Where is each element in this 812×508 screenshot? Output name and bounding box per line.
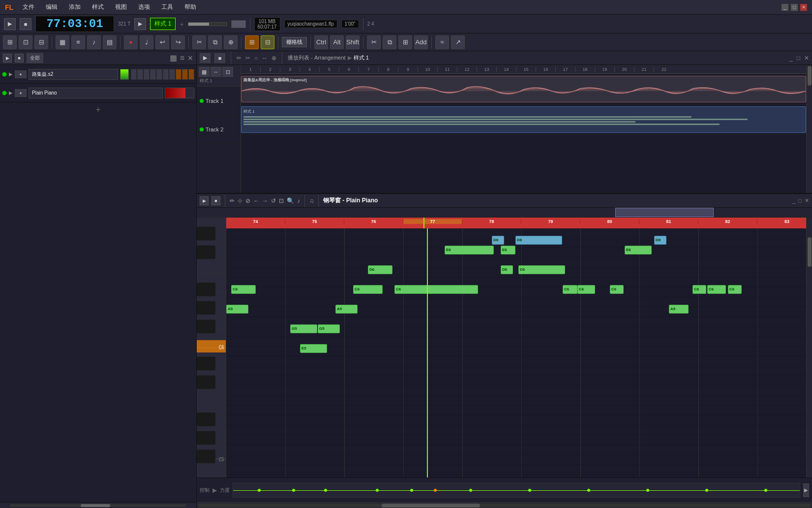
ch-pad-1-3[interactable] [144, 69, 150, 80]
note-d6-1[interactable]: D6 [368, 265, 392, 274]
note-e5-1[interactable]: E5 [300, 344, 327, 353]
piano-roll-view-button[interactable]: ⊟ [261, 35, 274, 49]
cut-button[interactable]: ✂ [192, 35, 206, 49]
note-d6-3[interactable]: D6 [518, 265, 565, 274]
add-channel-button[interactable]: + [0, 102, 196, 117]
note-c6-4[interactable]: C6 [577, 285, 595, 294]
ctrl-pt-1[interactable] [258, 489, 261, 492]
note-e6-3[interactable]: E6 [625, 246, 652, 254]
ctrl-pt-7[interactable] [469, 489, 472, 492]
pr-hscroll-thumb[interactable] [382, 504, 480, 508]
ctrl-pt-3[interactable] [324, 489, 327, 492]
ch-scroll-thumb[interactable] [81, 504, 110, 507]
note-d8-1[interactable]: D8 [492, 236, 504, 245]
all-channels-label[interactable]: 全部 [27, 53, 43, 63]
note-c6-5[interactable]: C6 [610, 285, 624, 294]
channel-rack-close-icon[interactable]: ✕ [187, 54, 193, 62]
song-tool-1[interactable]: ▦ [199, 67, 210, 77]
channel-name-1[interactable]: 路集益.s2 [29, 69, 118, 80]
channel-mute-2[interactable]: ● [15, 89, 27, 97]
note-c6-1[interactable]: C6 [353, 285, 383, 294]
note-a5-1[interactable]: A5 [226, 305, 248, 314]
note-g5-2[interactable]: G5 [318, 324, 340, 333]
pattern-advance-button[interactable]: ▶ [134, 18, 146, 30]
ch-pad-1-4[interactable] [150, 69, 156, 80]
menu-view[interactable]: 视图 [113, 2, 129, 12]
grid-label[interactable]: 棚格线 [282, 37, 307, 47]
control-timeline[interactable] [233, 483, 800, 498]
ch-pad-1-10[interactable] [188, 69, 194, 80]
channel-rack-list-icon[interactable]: ≡ [180, 54, 184, 63]
note-c6-3[interactable]: C6 [563, 285, 577, 294]
ctrl-pt-9[interactable] [587, 489, 590, 492]
menu-tools[interactable]: 工具 [159, 2, 175, 12]
pr-stop-btn[interactable]: ■ [211, 196, 220, 205]
ctrl-pt-12[interactable] [764, 489, 767, 492]
ctrl-pt-4[interactable] [376, 489, 379, 492]
note-c6-2[interactable]: C6 [394, 285, 478, 294]
note-a5-2[interactable]: A5 [335, 305, 358, 314]
playlist-button[interactable]: ▤ [103, 35, 117, 49]
open-button[interactable]: ⊡ [19, 35, 32, 49]
note-d8-2[interactable]: D8 [515, 236, 562, 245]
ch-pad-1-2[interactable] [137, 69, 143, 80]
overview-bar[interactable] [197, 208, 812, 218]
maximize-button[interactable]: □ [791, 4, 798, 11]
note-c6-8[interactable]: C6 [728, 285, 742, 294]
note-c6-6[interactable]: C6 [692, 285, 706, 294]
ctrl-pt-5[interactable] [410, 489, 413, 492]
ctrl-pt-8[interactable] [528, 489, 531, 492]
save-button[interactable]: ⊟ [34, 35, 48, 49]
minimize-button[interactable]: _ [782, 4, 788, 11]
pr-vscroll[interactable] [806, 218, 812, 477]
menu-add[interactable]: 添加 [67, 2, 83, 12]
song-max-icon[interactable]: □ [797, 55, 800, 62]
paste-button[interactable]: ⊕ [224, 35, 238, 49]
snap-button[interactable]: ⊞ [245, 35, 259, 49]
note-c6-0[interactable]: C6 [231, 285, 256, 294]
note-e6-1[interactable]: E6 [445, 246, 494, 254]
stop-button[interactable]: ■ [20, 18, 31, 30]
key-alt[interactable]: Alt [330, 35, 344, 49]
ctrl-pt-10[interactable] [646, 489, 649, 492]
song-min-icon[interactable]: _ [789, 55, 793, 62]
ch-pad-1-7[interactable] [169, 69, 175, 80]
add-button[interactable]: Add [414, 35, 428, 49]
copy2-button[interactable]: ⧉ [383, 35, 396, 49]
channel-rack-bars-icon[interactable]: ▦ [170, 53, 177, 63]
audio-block-1[interactable]: 路集益&周志华 - 渔樵唱晚 [mqms2] [241, 76, 806, 102]
channel-led-1[interactable] [2, 72, 7, 77]
stop-ch-button[interactable]: ■ [15, 54, 24, 63]
menu-help[interactable]: 帮助 [182, 2, 198, 12]
channel-mute-1[interactable]: ● [15, 70, 27, 78]
note-g5-1[interactable]: G5 [290, 324, 317, 333]
breadcrumb-playlist[interactable]: 播放列表 - Arrangement [288, 54, 345, 62]
note-c6-7[interactable]: C6 [707, 285, 726, 294]
new-button[interactable]: ⊞ [3, 35, 17, 49]
menu-edit[interactable]: 编辑 [44, 2, 60, 12]
ch-pad-1-6[interactable] [163, 69, 169, 80]
note-d6-2[interactable]: D6 [501, 265, 513, 274]
note-e6-2[interactable]: E6 [501, 246, 515, 254]
ch-pad-1-1[interactable] [131, 69, 137, 80]
ctrl-pt-11[interactable] [705, 489, 708, 492]
song-vscroll-thumb[interactable] [808, 66, 812, 86]
ctrl-pt-6[interactable] [434, 489, 437, 492]
eq-button[interactable]: ≈ [435, 35, 449, 49]
song-tool-2[interactable]: ↔ [211, 67, 221, 77]
stamp-button[interactable]: ⊞ [398, 35, 412, 49]
ch-pad-1-9[interactable] [182, 69, 188, 80]
menu-options[interactable]: 选项 [136, 2, 152, 12]
channel-fader-2[interactable] [165, 88, 194, 98]
ch-pad-1-5[interactable] [156, 69, 162, 80]
pr-close-icon[interactable]: ✕ [805, 197, 809, 204]
send-button[interactable]: ↗ [451, 35, 465, 49]
record-button[interactable]: ● [124, 35, 138, 49]
breadcrumb-pattern[interactable]: 样式 1 [354, 54, 369, 62]
key-ctrl[interactable]: Ctrl [314, 35, 328, 49]
channel-led-2[interactable] [2, 91, 7, 95]
midi-block-1[interactable]: 样式 1 [241, 106, 806, 133]
note-d8-3[interactable]: D8 [654, 236, 666, 245]
ctrl-btn[interactable]: ▶ [803, 483, 809, 497]
note-a5-3[interactable]: A5 [669, 305, 689, 314]
